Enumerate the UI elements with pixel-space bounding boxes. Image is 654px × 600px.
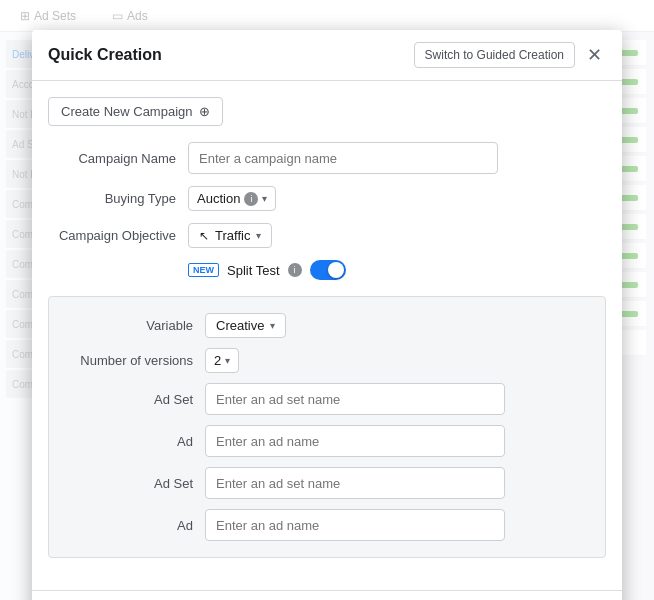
- close-button[interactable]: ✕: [583, 46, 606, 64]
- modal-dialog: Quick Creation Switch to Guided Creation…: [32, 30, 622, 600]
- objective-chevron-icon: ▾: [256, 230, 261, 241]
- split-test-row: NEW Split Test i: [48, 260, 606, 280]
- create-new-campaign-button[interactable]: Create New Campaign ⊕: [48, 97, 223, 126]
- versions-select[interactable]: 2 ▾: [205, 348, 239, 373]
- cursor-icon: ↖: [199, 229, 209, 243]
- buying-type-select[interactable]: Auction i ▾: [188, 186, 276, 211]
- toggle-knob: [328, 262, 344, 278]
- dropdown-arrow-icon: ⊕: [199, 104, 210, 119]
- campaign-name-row: Campaign Name: [48, 142, 606, 174]
- versions-label: Number of versions: [65, 353, 205, 368]
- campaign-name-label: Campaign Name: [48, 151, 188, 166]
- split-test-info-icon[interactable]: i: [288, 263, 302, 277]
- buying-type-value: Auction: [197, 191, 240, 206]
- buying-type-info-icon[interactable]: i: [244, 192, 258, 206]
- ad-set-2-row: Ad Set: [65, 467, 589, 499]
- ad-2-input[interactable]: [205, 509, 505, 541]
- new-badge: NEW: [188, 263, 219, 277]
- create-campaign-label: Create New Campaign: [61, 104, 193, 119]
- campaign-objective-value: Traffic: [215, 228, 250, 243]
- split-test-label: Split Test: [227, 263, 280, 278]
- ad-set-2-label: Ad Set: [65, 476, 205, 491]
- ad-1-row: Ad: [65, 425, 589, 457]
- modal-footer: Creating 1 campaign, 2 ad sets and 2 ads…: [32, 590, 622, 600]
- ad-2-row: Ad: [65, 509, 589, 541]
- variable-value: Creative: [216, 318, 264, 333]
- variable-row: Variable Creative ▾: [65, 313, 589, 338]
- versions-value: 2: [214, 353, 221, 368]
- buying-type-chevron-icon: ▾: [262, 193, 267, 204]
- ad-2-label: Ad: [65, 518, 205, 533]
- variable-label: Variable: [65, 318, 205, 333]
- ad-1-input[interactable]: [205, 425, 505, 457]
- ad-set-1-row: Ad Set: [65, 383, 589, 415]
- buying-type-label: Buying Type: [48, 191, 188, 206]
- versions-chevron-icon: ▾: [225, 355, 230, 366]
- modal-body: Create New Campaign ⊕ Campaign Name Buyi…: [32, 81, 622, 590]
- variable-select[interactable]: Creative ▾: [205, 313, 286, 338]
- campaign-section: Create New Campaign ⊕: [48, 97, 606, 126]
- ad-set-1-input[interactable]: [205, 383, 505, 415]
- modal-title: Quick Creation: [48, 46, 162, 64]
- campaign-name-input[interactable]: [188, 142, 498, 174]
- ad-1-label: Ad: [65, 434, 205, 449]
- campaign-objective-row: Campaign Objective ↖ Traffic ▾: [48, 223, 606, 248]
- ad-set-1-label: Ad Set: [65, 392, 205, 407]
- split-test-box: Variable Creative ▾ Number of versions 2…: [48, 296, 606, 558]
- ad-set-2-input[interactable]: [205, 467, 505, 499]
- modal-header-actions: Switch to Guided Creation ✕: [414, 42, 606, 68]
- modal-header: Quick Creation Switch to Guided Creation…: [32, 30, 622, 81]
- versions-row: Number of versions 2 ▾: [65, 348, 589, 373]
- campaign-objective-label: Campaign Objective: [48, 228, 188, 243]
- buying-type-row: Buying Type Auction i ▾: [48, 186, 606, 211]
- split-test-toggle[interactable]: [310, 260, 346, 280]
- campaign-objective-select[interactable]: ↖ Traffic ▾: [188, 223, 272, 248]
- modal-overlay: Quick Creation Switch to Guided Creation…: [0, 0, 654, 600]
- variable-chevron-icon: ▾: [270, 320, 275, 331]
- switch-to-guided-button[interactable]: Switch to Guided Creation: [414, 42, 575, 68]
